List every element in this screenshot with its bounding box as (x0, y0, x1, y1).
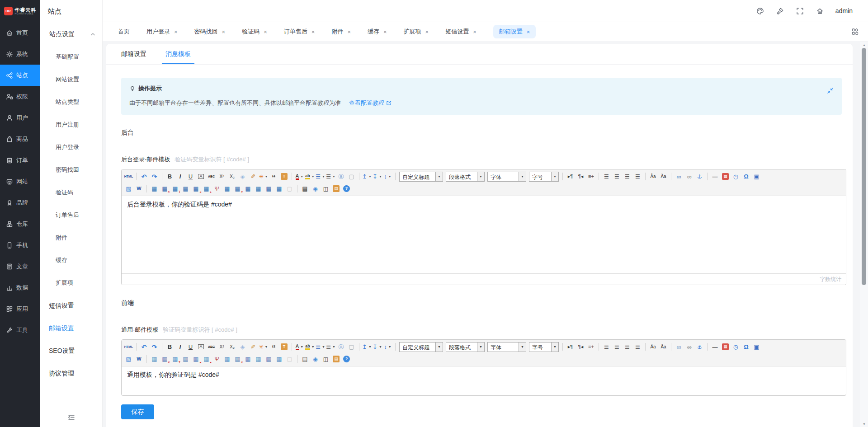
align-center-icon[interactable]: ☰ (612, 172, 622, 182)
help-icon[interactable]: ? (341, 354, 352, 364)
subnav-item-5[interactable]: 密码找回 (40, 159, 102, 181)
subnav-item-7[interactable]: 订单售后 (40, 204, 102, 226)
sidebar-item-home[interactable]: 首页 (0, 22, 40, 43)
close-tab-icon[interactable]: × (222, 29, 226, 35)
rtl-icon[interactable]: ¶◂ (576, 172, 586, 182)
word-import-icon[interactable]: W (134, 354, 144, 364)
format-brush-icon[interactable]: ✎ (248, 342, 258, 352)
help-icon[interactable]: ? (341, 184, 352, 194)
close-tab-icon[interactable]: × (383, 29, 387, 35)
sidebar-item-user[interactable]: 用户 (0, 107, 40, 128)
open-tab-8[interactable]: 短信设置× (445, 28, 476, 36)
preview-icon[interactable]: ◉ (310, 184, 321, 194)
brand-logo[interactable]: HR 华睿云科 HUARUIYUNKE (0, 0, 40, 22)
space-after-icon[interactable]: ↧▼ (372, 172, 382, 182)
close-tab-icon[interactable]: × (347, 29, 351, 35)
align-justify-icon[interactable]: ☰ (632, 172, 643, 182)
tab-message-template[interactable]: 消息模板 (165, 44, 191, 64)
word-import-icon[interactable]: W (134, 184, 144, 194)
open-tab-6[interactable]: 缓存× (368, 28, 387, 36)
find-icon[interactable]: ◫ (321, 184, 331, 194)
ltr-icon[interactable]: ▸¶ (565, 342, 576, 352)
page-break-icon[interactable]: ▢ (284, 354, 295, 364)
insert-paragraph-icon[interactable]: ≡+ (586, 172, 596, 182)
paste-as-text-icon[interactable]: T (279, 172, 289, 182)
link-icon[interactable]: ∞ (674, 342, 684, 352)
row-insert-icon[interactable]: ▦▾ (232, 354, 243, 364)
select-heading[interactable]: 自定义标题▼ (399, 342, 443, 352)
clear-cache-icon[interactable] (776, 7, 784, 15)
blockquote-icon[interactable]: “ (269, 172, 279, 182)
table-delete-icon[interactable]: ▦✕ (160, 354, 170, 364)
subnav-item-0[interactable]: 基础配置 (40, 46, 102, 68)
italic-icon[interactable]: I (175, 172, 185, 182)
align-right-icon[interactable]: ☰ (622, 172, 632, 182)
fullscreen-icon[interactable] (796, 7, 804, 15)
align-right-icon[interactable]: ☰ (622, 342, 632, 352)
line-height-icon[interactable]: ↕▼ (382, 342, 393, 352)
uppercase-icon[interactable]: Âa (648, 172, 658, 182)
nav-group-site-settings[interactable]: 站点设置 (40, 23, 102, 46)
new-document-icon[interactable]: ▢ (346, 172, 357, 182)
cell-split-icon[interactable]: Ψ (212, 354, 222, 364)
format-brush-icon[interactable]: ✎ (248, 172, 258, 182)
sidebar-item-app[interactable]: 应用 (0, 298, 40, 319)
anchor-icon[interactable]: ⚓ (694, 172, 705, 182)
print-icon[interactable]: ▤ (300, 354, 310, 364)
superscript-icon[interactable]: X² (217, 342, 227, 352)
table-grid-icon[interactable]: ▦ (274, 184, 284, 194)
select-font-family[interactable]: 字体▼ (487, 342, 526, 352)
select-paragraph-format[interactable]: 段落格式▼ (446, 172, 485, 182)
space-before-icon[interactable]: ↥▼ (362, 172, 372, 182)
scroll-down-arrow[interactable]: ▼ (860, 422, 868, 426)
subnav-item-10[interactable]: 扩展项 (40, 272, 102, 294)
align-left-icon[interactable]: ☰ (601, 342, 612, 352)
uppercase-icon[interactable]: Âa (648, 342, 658, 352)
unlink-icon[interactable]: ∞ (684, 342, 694, 352)
tab-email-settings[interactable]: 邮箱设置 (121, 44, 146, 64)
close-tab-icon[interactable]: × (473, 29, 476, 35)
ordered-list-icon[interactable]: ☰▼ (315, 342, 326, 352)
special-char-icon[interactable]: Ω (741, 172, 751, 182)
paste-icon[interactable]: ▤ (331, 354, 341, 364)
select-font-size[interactable]: 字号▼ (529, 172, 559, 182)
horizontal-rule-icon[interactable]: — (710, 172, 720, 182)
font-color-icon[interactable]: A▼ (294, 172, 305, 182)
subnav-item-3[interactable]: 用户注册 (40, 113, 102, 136)
eraser-icon[interactable]: ◈ (237, 342, 248, 352)
subnav-item-9[interactable]: 缓存 (40, 249, 102, 272)
home-icon[interactable] (816, 7, 824, 15)
strikethrough-icon[interactable]: ABC (206, 342, 217, 352)
close-tab-icon[interactable]: × (425, 29, 429, 35)
sidebar-item-goods[interactable]: 商品 (0, 128, 40, 150)
subnav-item-8[interactable]: 附件 (40, 226, 102, 249)
open-tab-4[interactable]: 订单售后× (284, 28, 315, 36)
word-count-label[interactable]: 字数统计 (820, 276, 841, 283)
table-grid-icon[interactable]: ▦ (274, 354, 284, 364)
subnav-item-4[interactable]: 用户登录 (40, 136, 102, 159)
collapse-sidebar-icon[interactable] (67, 413, 75, 422)
highlight-color-icon[interactable]: ab▼ (305, 342, 315, 352)
subnav-root-0[interactable]: 短信设置 (40, 294, 102, 317)
align-left-icon[interactable]: ☰ (601, 172, 612, 182)
sidebar-item-permission[interactable]: 权限 (0, 86, 40, 107)
source-icon[interactable]: HTML (123, 172, 134, 182)
open-tab-5[interactable]: 附件× (331, 28, 351, 36)
select-font-size[interactable]: 字号▼ (529, 342, 559, 352)
ordered-list-icon[interactable]: ☰▼ (315, 172, 326, 182)
font-style-icon[interactable]: A (196, 342, 206, 352)
subnav-item-6[interactable]: 验证码 (40, 181, 102, 204)
lowercase-icon[interactable]: Ăa (658, 172, 669, 182)
redo-icon[interactable]: ↷ (149, 172, 160, 182)
sidebar-item-mobile[interactable]: 手机 (0, 235, 40, 256)
open-tab-2[interactable]: 密码找回× (194, 28, 226, 36)
scroll-thumb[interactable] (862, 48, 866, 285)
col-insert-right-icon[interactable]: ▦▸ (201, 354, 212, 364)
close-tab-icon[interactable]: × (527, 29, 530, 35)
preview-icon[interactable]: ◉ (310, 354, 321, 364)
unordered-list-icon[interactable]: ☰▼ (326, 342, 336, 352)
sidebar-item-article[interactable]: 文章 (0, 256, 40, 277)
sidebar-item-site[interactable]: 站点 (0, 65, 40, 86)
fullscreen-editor-icon[interactable]: ▣ (751, 172, 762, 182)
close-tab-icon[interactable]: × (264, 29, 267, 35)
